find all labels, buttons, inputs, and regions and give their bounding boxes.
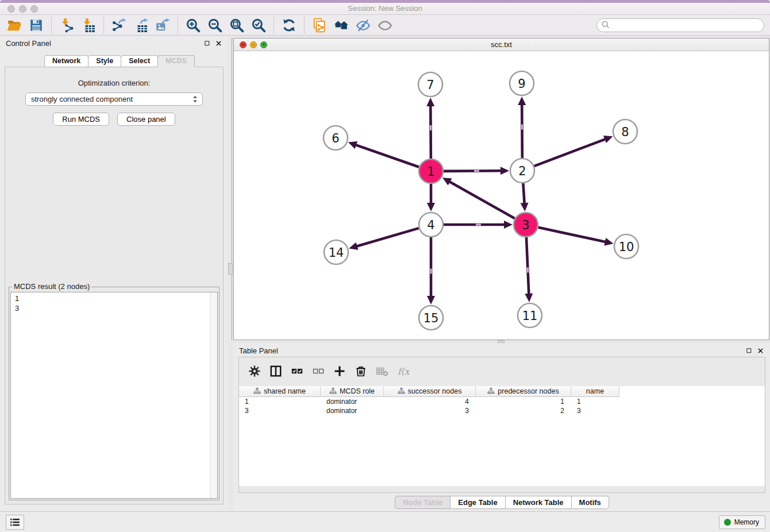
graph-edge-arrowhead (521, 203, 529, 211)
close-panel-icon[interactable] (756, 346, 764, 354)
hierarchy-icon (487, 387, 495, 396)
homes-icon[interactable] (330, 17, 352, 34)
table-row[interactable]: 1dominator411 (239, 397, 765, 406)
control-panel-tabs: NetworkStyleSelectMCDS (44, 55, 194, 67)
cell-shared-name[interactable]: 3 (239, 406, 321, 415)
graph-edge-arrowhead (426, 98, 434, 106)
tab-select[interactable]: Select (121, 55, 158, 67)
edge-label-mark (521, 124, 523, 129)
edge-label-mark (430, 269, 432, 274)
search-box[interactable] (596, 18, 764, 32)
toolbar-separator (51, 17, 52, 33)
graph-edge-1-6[interactable] (355, 145, 419, 167)
tab-motifs[interactable]: Motifs (571, 496, 609, 509)
node-table: shared nameMCDS rolesuccessor nodesprede… (239, 386, 765, 486)
refresh-icon[interactable] (278, 17, 300, 34)
show-columns-icon[interactable] (265, 363, 286, 380)
graph-edge-arrowhead (427, 296, 435, 304)
table-panel-content: f(x) shared nameMCDS rolesuccessor nodes… (238, 357, 765, 493)
edge-label-mark (474, 170, 479, 172)
float-panel-icon[interactable] (203, 39, 211, 47)
cell-name[interactable]: 3 (571, 406, 619, 415)
graph-edge-arrowhead (349, 242, 358, 250)
tab-node-table[interactable]: Node Table (395, 496, 451, 509)
tab-style[interactable]: Style (88, 55, 121, 67)
show-panels-button[interactable] (6, 515, 24, 530)
toolbar-separator (274, 17, 274, 33)
network-graph[interactable]: 7968124314101511 (234, 51, 769, 340)
save-session-icon[interactable] (25, 17, 47, 34)
cell-predecessor-nodes[interactable]: 2 (476, 406, 571, 415)
hide-graphics-icon[interactable] (352, 17, 374, 34)
optimization-criterion-select[interactable]: strongly connected component (25, 92, 203, 106)
cell-shared-name[interactable]: 1 (239, 397, 321, 406)
export-image-icon[interactable] (152, 17, 174, 34)
import-network-icon[interactable] (56, 17, 78, 34)
show-graphics-icon[interactable] (374, 17, 396, 34)
add-column-icon[interactable] (329, 363, 350, 380)
graph-edge-3-10[interactable] (538, 228, 606, 242)
column-header-name[interactable]: name (571, 386, 619, 397)
column-header-shared-name[interactable]: shared name (239, 386, 321, 397)
unselect-all-icon[interactable] (307, 363, 329, 380)
open-file-icon[interactable] (3, 17, 25, 34)
table-toolbar: f(x) (244, 360, 414, 383)
mcds-result-item[interactable]: 3 (11, 303, 217, 313)
memory-button[interactable]: Memory (719, 515, 765, 529)
clone-network-icon[interactable] (309, 17, 330, 34)
mcds-result-item[interactable]: 1 (11, 294, 217, 303)
tab-network-table[interactable]: Network Table (505, 496, 572, 509)
tab-mcds[interactable]: MCDS (157, 55, 195, 67)
result-scrollbar[interactable] (210, 292, 217, 498)
zoom-out-icon[interactable] (204, 17, 226, 34)
network-window-titlebar[interactable]: × − + scc.txt (234, 38, 769, 51)
mcds-result-list[interactable]: 13 (10, 292, 218, 499)
float-panel-icon[interactable] (745, 346, 753, 354)
select-all-icon[interactable] (286, 363, 307, 380)
cell-successor-nodes[interactable]: 3 (384, 406, 476, 415)
graph-edge-arrowhead (500, 167, 509, 175)
graph-node-label: 6 (332, 132, 339, 145)
network-canvas[interactable]: 7968124314101511 (234, 51, 769, 340)
table-row[interactable]: 3dominator323 (239, 406, 765, 415)
graph-edge-3-1[interactable] (449, 182, 514, 219)
zoom-selected-icon[interactable] (248, 17, 270, 34)
network-window-title: scc.txt (234, 40, 769, 49)
import-table-icon[interactable] (78, 17, 99, 34)
export-network-icon[interactable] (108, 17, 130, 34)
graph-edge-4-14[interactable] (356, 228, 419, 246)
settings-gear-icon[interactable] (244, 363, 265, 380)
status-bar: Memory (0, 511, 770, 532)
zoom-fit-icon[interactable] (226, 17, 248, 34)
column-header-predecessor-nodes[interactable]: predecessor nodes (476, 386, 571, 397)
search-input[interactable] (610, 20, 764, 31)
column-header-MCDS-role[interactable]: MCDS role (321, 386, 384, 397)
control-panel-title: Control Panel (6, 39, 51, 48)
graph-edge-3-11[interactable] (526, 237, 529, 295)
graph-node-label: 7 (426, 78, 434, 92)
splitter-handle[interactable] (228, 263, 233, 275)
cell-name[interactable]: 1 (571, 397, 619, 406)
zoom-in-icon[interactable] (182, 17, 204, 34)
close-panel-button[interactable]: Close panel (117, 113, 175, 126)
vertical-splitter[interactable] (228, 36, 233, 511)
run-mcds-button[interactable]: Run MCDS (53, 113, 109, 126)
graph-edge-1-7[interactable] (430, 105, 431, 159)
cell-MCDS-role[interactable]: dominator (321, 397, 384, 406)
delete-columns-icon[interactable] (350, 363, 371, 380)
graph-edge-2-9[interactable] (522, 104, 522, 158)
column-label: shared name (264, 387, 306, 395)
graph-edge-1-2[interactable] (444, 171, 502, 171)
table-panel-header: Table Panel (233, 343, 770, 358)
graph-node-label: 15 (424, 311, 439, 325)
tab-edge-table[interactable]: Edge Table (450, 496, 505, 509)
graph-edge-2-3[interactable] (523, 183, 524, 204)
tab-network[interactable]: Network (44, 55, 88, 67)
cell-MCDS-role[interactable]: dominator (321, 406, 384, 415)
cell-successor-nodes[interactable]: 4 (384, 397, 476, 406)
cell-predecessor-nodes[interactable]: 1 (476, 397, 571, 406)
export-table-icon[interactable] (130, 17, 152, 34)
graph-edge-2-8[interactable] (534, 139, 606, 166)
column-header-successor-nodes[interactable]: successor nodes (384, 386, 476, 397)
close-panel-icon[interactable] (214, 39, 222, 47)
